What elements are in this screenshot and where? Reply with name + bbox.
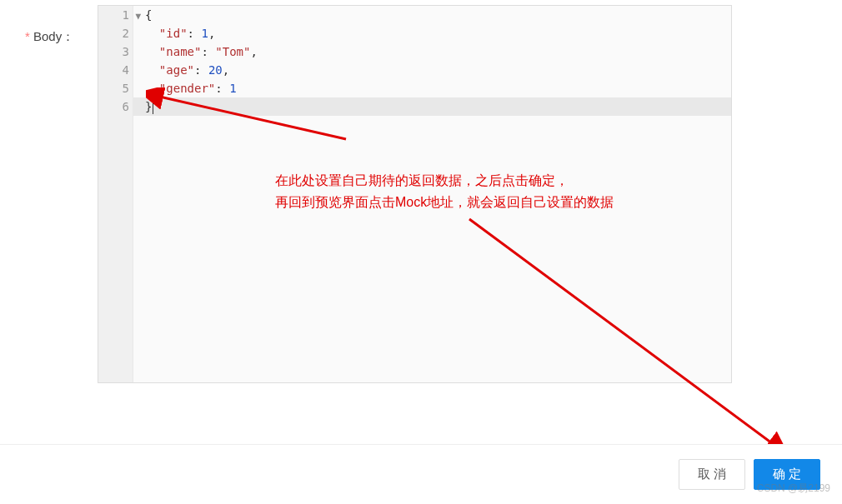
gutter-line: 4	[98, 61, 129, 79]
annotation-text: 在此处设置自己期待的返回数据，之后点击确定， 再回到预览界面点击Mock地址，就…	[275, 170, 614, 213]
text-cursor	[153, 101, 153, 114]
gutter-line: 2	[98, 24, 129, 42]
gutter-line: 6	[98, 97, 129, 116]
fold-marker-icon[interactable]: ▼	[135, 7, 141, 26]
annotation-line2: 再回到预览界面点击Mock地址，就会返回自己设置的数据	[275, 192, 614, 213]
body-label: Body：	[25, 29, 74, 45]
gutter-line: 3	[98, 42, 129, 61]
gutter: 1▼23456	[98, 6, 133, 382]
code-line[interactable]: "id": 1,	[145, 24, 731, 42]
code-line[interactable]: }	[145, 97, 731, 116]
footer: 取 消 确 定	[0, 444, 842, 504]
code-line[interactable]: "gender": 1	[145, 79, 731, 97]
code-line[interactable]: {	[145, 6, 731, 24]
gutter-line: 5	[98, 79, 129, 97]
gutter-line: 1▼	[98, 6, 129, 24]
annotation-line1: 在此处设置自己期待的返回数据，之后点击确定，	[275, 170, 614, 192]
cancel-button[interactable]: 取 消	[679, 459, 745, 490]
code-content[interactable]: { "id": 1, "name": "Tom", "age": 20, "ge…	[145, 6, 731, 116]
code-line[interactable]: "name": "Tom",	[145, 42, 731, 61]
code-line[interactable]: "age": 20,	[145, 61, 731, 79]
confirm-button[interactable]: 确 定	[754, 459, 820, 490]
